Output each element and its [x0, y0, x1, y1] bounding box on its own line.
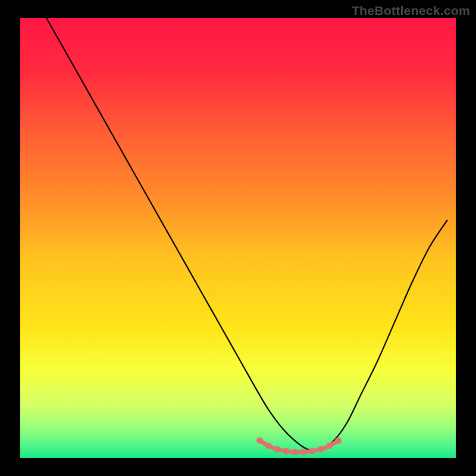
- marker-optimal-range: [274, 446, 280, 453]
- marker-optimal-range: [309, 448, 315, 455]
- marker-optimal-range: [283, 448, 289, 455]
- watermark-text: TheBottleneck.com: [352, 4, 470, 18]
- marker-optimal-range: [318, 446, 324, 453]
- chart-canvas: [0, 0, 476, 476]
- marker-optimal-range: [335, 437, 342, 444]
- gradient-background: [20, 18, 456, 458]
- marker-optimal-range: [326, 443, 333, 449]
- marker-optimal-range: [300, 449, 306, 455]
- bottleneck-chart: TheBottleneck.com: [0, 0, 476, 476]
- marker-optimal-range: [292, 449, 298, 455]
- marker-optimal-range: [265, 443, 272, 449]
- marker-optimal-range: [256, 437, 263, 444]
